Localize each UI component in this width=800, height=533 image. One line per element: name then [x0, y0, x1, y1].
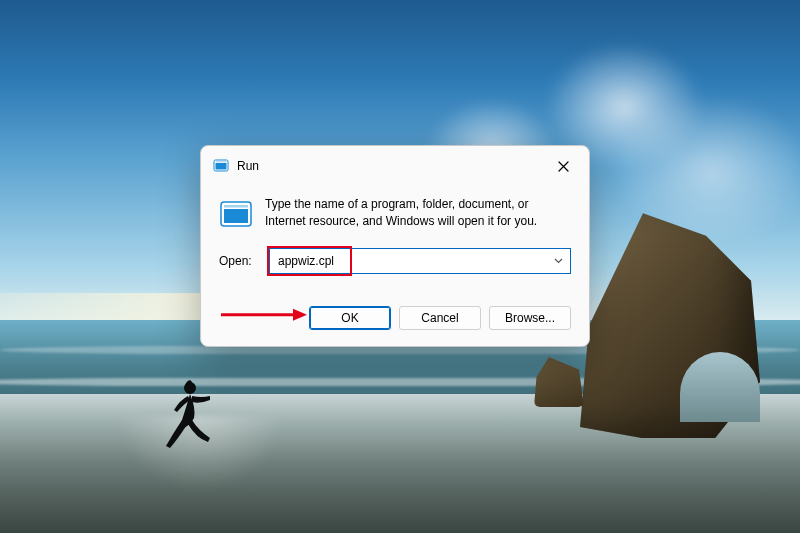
titlebar[interactable]: Run [201, 146, 589, 182]
chevron-down-icon [554, 258, 563, 264]
open-combobox[interactable] [269, 248, 571, 274]
browse-button[interactable]: Browse... [489, 306, 571, 330]
dialog-title: Run [237, 159, 549, 173]
close-button[interactable] [549, 154, 577, 178]
open-input[interactable] [270, 254, 546, 268]
close-icon [558, 161, 569, 172]
svg-marker-8 [293, 309, 307, 321]
cancel-button[interactable]: Cancel [399, 306, 481, 330]
svg-rect-5 [224, 209, 248, 223]
dialog-description: Type the name of a program, folder, docu… [265, 196, 571, 232]
run-icon [213, 158, 229, 174]
svg-rect-3 [216, 161, 227, 162]
svg-rect-2 [216, 163, 227, 170]
run-large-icon [219, 198, 253, 232]
ok-button[interactable]: OK [309, 306, 391, 330]
svg-rect-6 [224, 205, 248, 208]
dropdown-button[interactable] [546, 258, 570, 264]
annotation-arrow [219, 306, 309, 324]
open-label: Open: [219, 254, 259, 268]
run-dialog: Run Type the name of a program, folder, … [200, 145, 590, 347]
